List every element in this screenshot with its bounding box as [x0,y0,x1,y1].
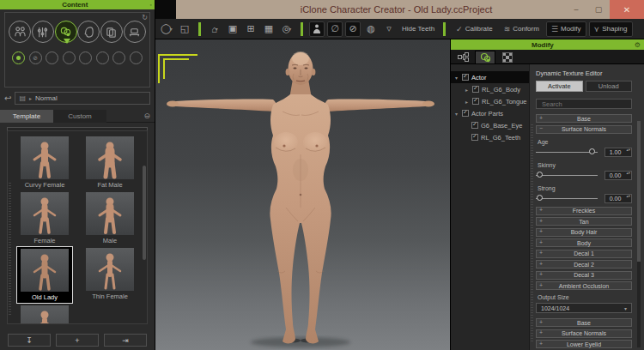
category-morph-sliders-icon[interactable] [32,21,54,43]
expand-icon[interactable]: + [539,250,543,256]
tree-item-eye[interactable]: G6_Base_Eye [451,119,529,131]
expand-icon[interactable]: + [539,261,543,267]
shaping-button[interactable]: ⋎Shaping [589,21,633,37]
load-button[interactable]: ↧ [8,334,51,347]
expand-icon[interactable]: + [539,341,543,347]
section-lower-eyelid[interactable]: +Lower Eyelid [536,340,632,348]
section-tan[interactable]: +Tan [536,217,632,226]
tree-expand-icon[interactable]: ▸ [464,87,470,93]
expand-icon[interactable]: + [539,282,543,288]
mode-dropdown[interactable]: ▤ ▸ Normal [15,92,150,105]
section-freckles[interactable]: +Freckles [536,207,632,215]
hide-cloth-icon[interactable]: ⊘ [345,21,361,37]
activate-button[interactable]: Activate [536,81,583,92]
subcategory-icon[interactable] [46,51,58,64]
calibrate-button[interactable]: ✓Calibrate [452,21,497,37]
refresh-icon[interactable]: ↻ [142,14,148,21]
checkbox-checked[interactable] [471,122,478,129]
section-decal-3[interactable]: +Decal 3 [536,271,632,280]
section-base[interactable]: +Base [536,114,632,123]
expand-icon[interactable]: + [539,115,543,121]
slider-strong-knob[interactable] [537,195,543,201]
tree-item-body[interactable]: ▸RL_G6_Body [451,83,529,95]
maximize-button[interactable]: ▢ [587,2,610,17]
section-base-2[interactable]: +Base [536,318,632,327]
show-avatar-icon[interactable] [309,21,325,37]
slider-age-track[interactable] [536,148,598,156]
template-item[interactable]: Female [16,190,73,246]
panel-add-icon[interactable]: ⊞ [243,21,258,37]
category-actor-icon[interactable] [9,21,31,43]
checkbox-checked[interactable] [472,86,479,93]
link-button[interactable]: ⇥ [104,334,147,347]
viewport-3d[interactable] [155,39,450,350]
slider-strong-track[interactable] [536,195,598,202]
conform-button[interactable]: ≋Conform [500,21,544,37]
unload-button[interactable]: Unload [586,81,633,92]
modify-panel-header[interactable]: Modify ⚙ [451,39,644,50]
checkbox-checked[interactable] [462,110,469,117]
pin-icon[interactable]: ◦ [150,2,155,8]
tree-expand-icon[interactable]: ▾ [453,75,459,81]
tree-expand-icon[interactable]: ▾ [453,111,459,117]
expand-icon[interactable]: + [539,271,543,277]
section-decal-2[interactable]: +Decal 2 [536,260,632,269]
subcategory-icon[interactable] [63,51,76,64]
checkbox-checked[interactable] [462,74,469,81]
expand-icon[interactable]: + [539,239,543,245]
render-style-icon[interactable]: ▦ [261,21,276,37]
section-body-hair[interactable]: +Body Hair [536,228,632,237]
gear-icon[interactable]: ⚙ [635,41,644,49]
section-ambient-occlusion[interactable]: +Ambient Occlusion [536,281,632,290]
subcategory-selected-icon[interactable] [12,51,25,64]
template-item[interactable]: Thin Female [82,246,138,304]
collapse-chevron-icon[interactable]: ▿ [381,21,397,37]
subcategory-icon[interactable] [112,51,125,64]
slider-skinny-track[interactable] [536,172,598,179]
spinner-arrows[interactable]: ▴▾ [626,172,630,175]
undo-icon[interactable]: ↩ [4,94,11,103]
slider-skinny-value[interactable]: 0.00▴▾ [605,171,632,180]
hide-mesh-icon[interactable]: ∅ [327,21,343,37]
template-item[interactable]: Fat Male [82,135,138,190]
section-surface-normals-2[interactable]: +Surface Normals [536,329,632,338]
category-cloth-icon[interactable] [100,21,123,43]
category-skin-active-icon[interactable] [55,21,77,43]
globe-icon[interactable]: ◍ [363,21,379,37]
subcategory-icon[interactable] [79,51,92,64]
tab-texture[interactable] [497,51,518,63]
panel-layout-icon[interactable]: ▣ [225,21,240,37]
scrollbar-thumb[interactable] [637,121,641,262]
slider-age-value[interactable]: 1.00▴▾ [605,148,632,157]
expand-icon[interactable]: + [539,329,543,335]
modify-search[interactable] [536,99,632,109]
expand-icon[interactable]: − [539,125,543,131]
category-head-icon[interactable] [77,21,100,43]
expand-icon[interactable]: + [539,207,543,213]
checkbox-checked[interactable] [471,134,478,141]
tree-item-teeth[interactable]: RL_G6_Teeth [451,131,529,143]
expand-icon[interactable]: + [539,228,543,234]
template-item[interactable]: Curvy Female [16,135,73,190]
expand-icon[interactable]: + [539,218,543,224]
subcategory-icon[interactable] [96,51,109,64]
slider-strong-value[interactable]: 0.00▴▾ [605,194,632,203]
modify-search-input[interactable] [540,100,628,109]
template-scrollbar[interactable] [143,166,146,260]
section-decal-1[interactable]: +Decal 1 [536,250,632,258]
template-item[interactable]: Male [82,190,138,246]
modify-scrollbar[interactable] [637,121,641,347]
close-button[interactable]: ✕ [610,0,644,19]
hide-teeth-button[interactable]: Hide Teeth [399,25,437,33]
visibility-options-icon[interactable]: ◎▾ [279,21,295,37]
template-item[interactable]: Thin Male [16,304,73,323]
drag-handle-dots[interactable] [531,124,533,341]
minimize-button[interactable]: – [565,2,587,17]
modify-button[interactable]: ☰Modify [546,21,586,37]
fit-screen-icon[interactable]: ◱ [177,21,192,37]
tab-material-active[interactable] [475,51,495,63]
checkbox-checked[interactable] [472,98,479,105]
drag-handle-dots[interactable] [9,183,11,315]
section-body[interactable]: +Body [536,238,632,247]
content-panel-header[interactable]: Content ◦ [0,0,155,9]
